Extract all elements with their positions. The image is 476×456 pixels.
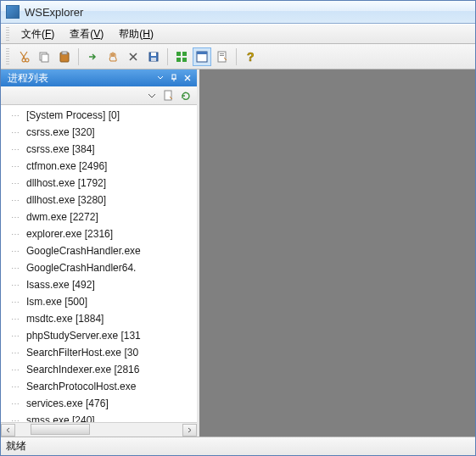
copy-button[interactable] <box>35 47 53 66</box>
properties-button[interactable] <box>213 47 232 66</box>
process-row[interactable]: ⋯msdtc.exe [1884] <box>1 310 197 327</box>
tree-connector-icon: ⋯ <box>11 399 26 409</box>
horizontal-scrollbar[interactable] <box>1 422 197 437</box>
window-button[interactable] <box>193 47 211 66</box>
process-row[interactable]: ⋯[System Process] [0] <box>1 107 197 124</box>
status-text: 就绪 <box>6 439 26 453</box>
panel-props-button[interactable] <box>161 88 176 103</box>
app-icon <box>6 5 20 19</box>
process-row[interactable]: ⋯GoogleCrashHandler64. <box>1 259 197 276</box>
tiles-button[interactable] <box>172 47 191 66</box>
process-row[interactable]: ⋯explorer.exe [2316] <box>1 225 197 242</box>
process-row[interactable]: ⋯csrss.exe [320] <box>1 124 197 141</box>
process-label: explorer.exe [2316] <box>26 228 113 240</box>
panel-dropdown-button[interactable] <box>144 88 160 103</box>
svg-rect-5 <box>151 53 156 56</box>
svg-rect-1 <box>42 54 48 62</box>
process-list[interactable]: ⋯[System Process] [0]⋯csrss.exe [320]⋯cs… <box>1 105 197 422</box>
process-label: SearchIndexer.exe [2816 <box>26 364 139 375</box>
main-area: 进程列表 ⋯[System Process] [0]⋯csrss.exe [32… <box>1 70 475 437</box>
process-label: Isass.exe [492] <box>26 279 95 291</box>
process-label: dllhost.exe [3280] <box>26 194 106 206</box>
tree-connector-icon: ⋯ <box>11 348 26 358</box>
process-row[interactable]: ⋯Isass.exe [492] <box>1 276 197 293</box>
svg-rect-3 <box>62 52 67 54</box>
svg-rect-13 <box>218 52 226 62</box>
delete-button[interactable] <box>124 47 143 66</box>
svg-rect-7 <box>176 52 181 56</box>
toolbar-grip <box>6 48 9 65</box>
svg-rect-18 <box>165 91 171 100</box>
process-label: csrss.exe [384] <box>26 143 95 155</box>
menubar: 文件(F) 查看(V) 帮助(H) <box>1 24 475 44</box>
tree-connector-icon: ⋯ <box>11 382 26 392</box>
panel-pin-icon[interactable] <box>168 72 180 84</box>
process-label: GoogleCrashHandler.exe <box>26 245 141 257</box>
menu-help[interactable]: 帮助(H) <box>112 25 160 43</box>
panel-title: 进程列表 <box>8 71 48 86</box>
process-panel: 进程列表 ⋯[System Process] [0]⋯csrss.exe [32… <box>1 70 199 437</box>
scroll-thumb[interactable] <box>31 424 90 435</box>
process-label: smss.exe [240] <box>26 414 95 422</box>
process-label: dwm.exe [2272] <box>26 211 98 223</box>
tree-connector-icon: ⋯ <box>11 264 26 273</box>
process-label: SearchProtocolHost.exe <box>26 381 136 392</box>
process-row[interactable]: ⋯smss.exe [240] <box>1 412 197 422</box>
process-label: dllhost.exe [1792] <box>26 177 106 189</box>
process-row[interactable]: ⋯SearchFilterHost.exe [30 <box>1 344 197 361</box>
process-row[interactable]: ⋯dllhost.exe [3280] <box>1 192 197 209</box>
menu-view[interactable]: 查看(V) <box>63 25 110 43</box>
process-label: GoogleCrashHandler64. <box>26 262 136 274</box>
help-button[interactable]: ? <box>241 47 260 66</box>
cut-button[interactable] <box>14 47 33 66</box>
tree-connector-icon: ⋯ <box>11 331 26 341</box>
scroll-left-icon[interactable] <box>1 424 15 437</box>
process-row[interactable]: ⋯SearchIndexer.exe [2816 <box>1 361 197 378</box>
toolbar-sep-1 <box>78 48 79 65</box>
process-row[interactable]: ⋯Ism.exe [500] <box>1 293 197 310</box>
hand-button[interactable] <box>104 47 122 66</box>
process-row[interactable]: ⋯SearchProtocolHost.exe <box>1 378 197 395</box>
svg-rect-8 <box>182 52 187 56</box>
panel-header[interactable]: 进程列表 <box>1 70 197 86</box>
process-row[interactable]: ⋯services.exe [476] <box>1 395 197 412</box>
scroll-track[interactable] <box>15 424 182 437</box>
process-label: [System Process] [0] <box>26 109 120 121</box>
process-row[interactable]: ⋯dwm.exe [2272] <box>1 209 197 225</box>
process-row[interactable]: ⋯csrss.exe [384] <box>1 141 197 158</box>
window-title: WSExplorer <box>25 6 83 19</box>
process-row[interactable]: ⋯ctfmon.exe [2496] <box>1 158 197 175</box>
process-label: SearchFilterHost.exe [30 <box>26 347 138 359</box>
scroll-right-icon[interactable] <box>182 424 197 437</box>
forward-button[interactable] <box>83 47 102 66</box>
save-button[interactable] <box>144 47 163 66</box>
menu-file[interactable]: 文件(F) <box>14 25 61 43</box>
tree-connector-icon: ⋯ <box>11 365 26 375</box>
panel-dropdown-icon[interactable] <box>154 72 166 84</box>
panel-refresh-button[interactable] <box>178 88 193 103</box>
menubar-grip <box>6 27 9 41</box>
panel-close-icon[interactable] <box>182 72 193 84</box>
toolbar-sep-3 <box>236 48 237 65</box>
toolbar-sep-2 <box>167 48 168 65</box>
svg-rect-9 <box>176 58 181 62</box>
process-row[interactable]: ⋯GoogleCrashHandler.exe <box>1 242 197 259</box>
tree-connector-icon: ⋯ <box>11 145 26 154</box>
tree-connector-icon: ⋯ <box>11 128 26 137</box>
svg-rect-14 <box>220 53 224 54</box>
tree-connector-icon: ⋯ <box>11 213 26 222</box>
tree-connector-icon: ⋯ <box>11 230 26 239</box>
tree-connector-icon: ⋯ <box>11 179 26 188</box>
process-row[interactable]: ⋯phpStudyServer.exe [131 <box>1 327 197 344</box>
tree-connector-icon: ⋯ <box>11 416 26 423</box>
process-label: ctfmon.exe [2496] <box>26 160 107 172</box>
tree-connector-icon: ⋯ <box>11 162 26 171</box>
tree-connector-icon: ⋯ <box>11 281 26 290</box>
process-row[interactable]: ⋯dllhost.exe [1792] <box>1 175 197 192</box>
tree-connector-icon: ⋯ <box>11 196 26 205</box>
panel-toolbar <box>1 86 197 105</box>
tree-connector-icon: ⋯ <box>11 314 26 324</box>
paste-button[interactable] <box>55 47 74 66</box>
svg-rect-10 <box>182 58 187 62</box>
svg-text:?: ? <box>247 50 255 64</box>
